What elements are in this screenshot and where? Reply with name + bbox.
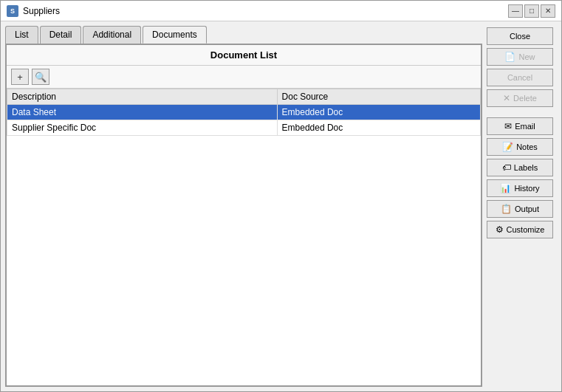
cell-description: Data Sheet [7, 105, 278, 120]
main-panel: List Detail Additional Documents Documen… [5, 26, 482, 387]
table-row[interactable]: Supplier Specific DocEmbedded Doc [7, 120, 481, 136]
customize-icon: ⚙ [496, 224, 504, 235]
add-document-button[interactable]: + [11, 69, 29, 85]
content-area: List Detail Additional Documents Documen… [1, 21, 561, 391]
search-icon: 🔍 [35, 72, 47, 83]
document-toolbar: + 🔍 [7, 66, 481, 89]
delete-button[interactable]: ✕ Delete [487, 89, 553, 107]
tab-documents[interactable]: Documents [143, 26, 207, 44]
output-button[interactable]: 📋 Output [487, 200, 553, 218]
cell-doc-source: Embedded Doc [277, 120, 480, 136]
tab-additional[interactable]: Additional [83, 26, 141, 44]
cell-description: Supplier Specific Doc [7, 120, 278, 136]
labels-button[interactable]: 🏷 Labels [487, 159, 553, 176]
delete-icon: ✕ [503, 93, 510, 103]
notes-icon: 📝 [502, 142, 513, 152]
window-title: Suppliers [23, 6, 60, 16]
tab-list[interactable]: List [5, 26, 38, 44]
title-bar-left: S Suppliers [7, 5, 60, 17]
history-button[interactable]: 📊 History [487, 179, 553, 197]
col-doc-source: Doc Source [277, 89, 480, 105]
history-icon: 📊 [500, 183, 511, 193]
col-description: Description [7, 89, 278, 105]
new-icon: 📄 [504, 52, 515, 62]
tab-detail[interactable]: Detail [40, 26, 82, 44]
email-button[interactable]: ✉ Email [487, 117, 553, 135]
table-row[interactable]: Data SheetEmbedded Doc [7, 105, 481, 120]
document-table: Description Doc Source Data SheetEmbedde… [7, 89, 481, 136]
right-panel: Close 📄 New Cancel ✕ Delete ✉ Email 📝 No… [487, 26, 557, 387]
tab-bar: List Detail Additional Documents [5, 26, 482, 44]
notes-button[interactable]: 📝 Notes [487, 138, 553, 156]
title-controls: — □ ✕ [508, 4, 555, 18]
close-button[interactable]: Close [487, 27, 553, 45]
cancel-button[interactable]: Cancel [487, 69, 553, 86]
labels-icon: 🏷 [502, 162, 511, 173]
customize-button[interactable]: ⚙ Customize [487, 221, 553, 238]
cell-doc-source: Embedded Doc [277, 105, 480, 120]
search-document-button[interactable]: 🔍 [32, 69, 49, 85]
table-header-row: Description Doc Source [7, 89, 481, 105]
main-window: S Suppliers — □ ✕ List Detail Additional [0, 0, 562, 392]
app-icon: S [7, 5, 18, 17]
button-separator-1 [487, 110, 557, 114]
title-bar: S Suppliers — □ ✕ [1, 1, 561, 21]
document-list-header: Document List [7, 45, 481, 66]
minimize-button[interactable]: — [508, 4, 523, 18]
new-button[interactable]: 📄 New [487, 48, 553, 66]
window-close-button[interactable]: ✕ [541, 4, 555, 18]
document-panel: Document List + 🔍 Description Doc Sou [5, 44, 482, 387]
email-icon: ✉ [504, 121, 512, 131]
maximize-button[interactable]: □ [524, 4, 539, 18]
output-icon: 📋 [501, 204, 512, 214]
document-table-wrapper[interactable]: Description Doc Source Data SheetEmbedde… [7, 89, 481, 385]
